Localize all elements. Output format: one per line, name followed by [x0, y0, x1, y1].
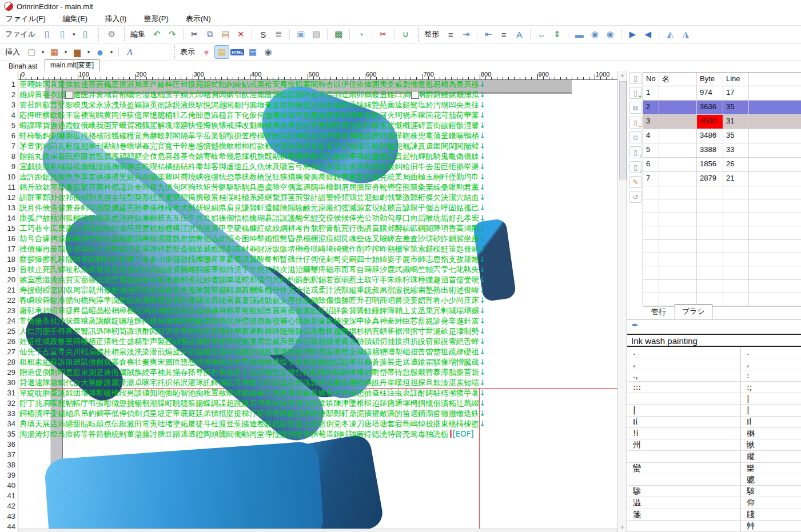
palette-char-left[interactable]: .	[627, 347, 741, 358]
play-forward-icon[interactable]: ▶	[625, 27, 640, 41]
palette-char-right[interactable]: 仰	[741, 497, 801, 508]
palette-row[interactable]: 縱	[627, 451, 801, 462]
save-file-icon[interactable]: ▯	[78, 27, 93, 41]
palette-char-right[interactable]: .	[741, 347, 801, 358]
table-row[interactable]: 197417	[643, 86, 801, 101]
insert-text-icon[interactable]: A	[122, 45, 137, 59]
palette-row[interactable]: IiIl	[627, 417, 801, 428]
selection-handle-right[interactable]	[411, 91, 419, 99]
play-back-icon[interactable]: ◀	[640, 27, 655, 41]
preview-eye-icon[interactable]: ◉	[261, 45, 276, 59]
aa-block-table[interactable]: No名ByteLine19741723636353450031434863553…	[643, 72, 801, 306]
palette-row[interactable]: 驂駭	[627, 486, 801, 497]
block-move-up-icon[interactable]: ▯↑	[629, 146, 641, 158]
insert-palette-dropdown-icon[interactable]: ▾	[62, 45, 69, 59]
palette-row[interactable]: ..	[627, 347, 801, 358]
palette-char-left[interactable]: ,	[627, 358, 741, 369]
menu-item[interactable]: ファイル(F)	[6, 14, 46, 24]
table-row-empty[interactable]	[643, 199, 801, 213]
block-refresh-icon[interactable]: ↺	[629, 191, 641, 203]
panel-tab[interactable]: 壱行	[644, 305, 673, 319]
remove-char-icon[interactable]: A	[512, 27, 527, 41]
layers-icon[interactable]: ▩	[331, 27, 346, 41]
palette-char-left[interactable]: 蠻	[627, 463, 741, 474]
table-row[interactable]: 2363635	[643, 101, 801, 115]
palette-char-right[interactable]: |	[741, 393, 801, 404]
block-edit-icon[interactable]: ✎	[629, 176, 641, 188]
palette-row[interactable]: ::::;	[627, 382, 801, 393]
settings-icon[interactable]: ⚙	[104, 27, 119, 41]
delete-icon[interactable]: ✕	[233, 27, 248, 41]
palette-row[interactable]: 澁仰	[627, 497, 801, 509]
panel-tab[interactable]: ブラシ	[675, 304, 712, 319]
merge-line-icon[interactable]: ▬	[572, 27, 587, 41]
brush-tool-icon[interactable]: ✒	[632, 321, 639, 333]
palette-char-right[interactable]: 軈	[741, 474, 801, 485]
block-move-down-icon[interactable]: ▯↓	[629, 161, 641, 173]
paste-icon[interactable]: ▤	[218, 27, 233, 41]
palette-char-left[interactable]	[627, 474, 741, 485]
favorite-view-icon[interactable]: ♥	[199, 45, 214, 59]
line-align-icon[interactable]: ≡	[496, 27, 511, 41]
table-row-empty[interactable]	[643, 240, 801, 253]
palette-char-left[interactable]: 澁	[627, 497, 741, 508]
block-remove-icon[interactable]: ▯−	[629, 117, 641, 129]
strikethrough-icon[interactable]: S	[256, 27, 270, 41]
trim-icon[interactable]: ✂	[376, 27, 390, 41]
editor-vertical-scrollbar[interactable]: ▲ ▼	[617, 71, 627, 532]
palette-char-right[interactable]: Il	[741, 417, 801, 427]
palette-row[interactable]: ||	[627, 405, 801, 416]
document-tab[interactable]: main.mlt[変更]	[45, 59, 99, 71]
palette-char-left[interactable]: Ii	[627, 417, 741, 427]
insert-character-dropdown-icon[interactable]: ▾	[108, 45, 115, 59]
scrollbar-thumb[interactable]	[619, 81, 627, 179]
palette-char-right[interactable]: 艸	[741, 521, 801, 531]
open-file-icon[interactable]: ▯	[55, 27, 70, 41]
block-duplicate-icon[interactable]: ⧉	[629, 131, 641, 143]
undo-icon[interactable]: ↶	[149, 27, 164, 41]
palette-char-right[interactable]: 愀	[741, 439, 801, 450]
palette-row[interactable]: 軈	[627, 474, 801, 486]
copy-icon[interactable]: ⧉	[202, 27, 217, 41]
indent-right-icon[interactable]: ⇥	[459, 27, 473, 41]
table-row-empty[interactable]	[643, 253, 801, 266]
rotate-doc-icon[interactable]: ◔	[353, 27, 368, 41]
scroll-up-arrow-icon[interactable]: ▲	[618, 73, 627, 78]
editor-canvas[interactable]: 01002003004005006007008009001000 1234567…	[0, 71, 617, 532]
palette-char-left[interactable]: !i	[627, 428, 741, 439]
flip-left-icon[interactable]: ◭	[663, 27, 678, 41]
open-file-dropdown-icon[interactable]: ▾	[70, 27, 77, 41]
flip-right-icon[interactable]: ◮	[678, 27, 693, 41]
block-new-icon[interactable]: ▯	[629, 72, 641, 84]
palette-char-left[interactable]: 驂	[627, 486, 741, 497]
palette-char-right[interactable]: :;	[741, 382, 801, 393]
insert-character-icon[interactable]: ☻	[93, 45, 107, 59]
insert-page-icon[interactable]: ▢	[24, 45, 39, 59]
insert-box-dropdown-icon[interactable]: ▾	[85, 45, 92, 59]
table-row[interactable]: 6185626	[643, 158, 801, 172]
palette-char-left[interactable]: 箋	[627, 509, 741, 520]
menu-item[interactable]: 編集(E)	[63, 14, 87, 24]
table-row-empty[interactable]	[643, 280, 801, 293]
insert-page-dropdown-icon[interactable]: ▾	[39, 45, 46, 59]
outdent-left-icon[interactable]: ⇤	[481, 27, 496, 41]
palette-char-right[interactable]: 牋	[741, 509, 801, 520]
menu-item[interactable]: 表示(N)	[186, 14, 211, 24]
memo-icon[interactable]: ≣	[271, 27, 286, 41]
horizontal-scrollbar[interactable]	[0, 529, 617, 532]
palette-char-left[interactable]	[627, 521, 741, 531]
palette-char-right[interactable]: :	[741, 370, 801, 381]
editor-view-icon[interactable]: ▤	[214, 45, 229, 59]
table-row[interactable]: 5338833	[643, 143, 801, 158]
select-area-icon[interactable]: ▣	[293, 27, 308, 41]
palette-char-left[interactable]: |	[627, 405, 741, 415]
insert-box-icon[interactable]: ▆	[70, 45, 85, 59]
menu-item[interactable]: 挿入(I)	[105, 14, 126, 24]
solid-box-icon[interactable]: ▧	[309, 27, 324, 41]
cut-icon[interactable]: ✂	[187, 27, 202, 41]
palette-row[interactable]: |	[627, 393, 801, 405]
menu-item[interactable]: 整形(P)	[144, 14, 168, 24]
palette-char-right[interactable]: 楙	[741, 428, 801, 439]
palette-row[interactable]: .,:	[627, 370, 801, 382]
fit-height-icon[interactable]: ⇕	[549, 27, 564, 41]
